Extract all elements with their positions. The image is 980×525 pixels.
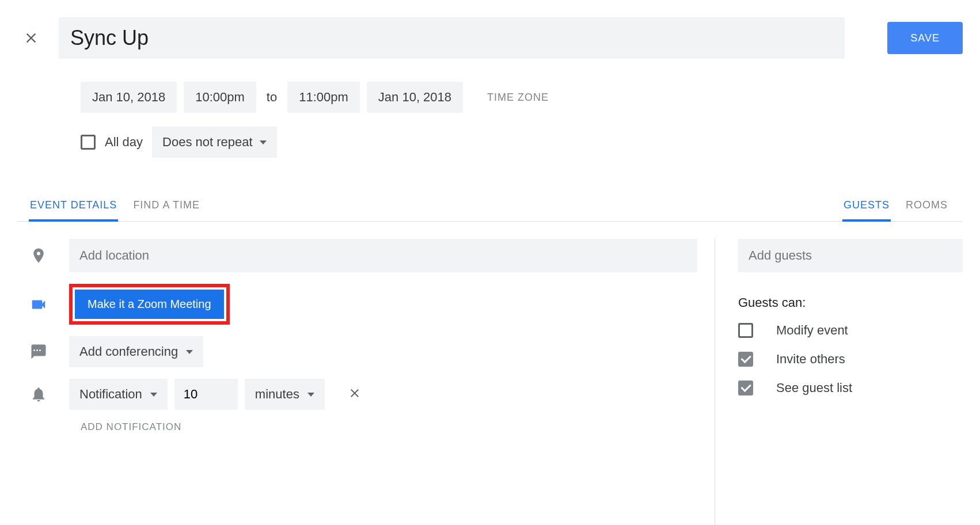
perm-modify-checkbox[interactable] (738, 323, 753, 338)
tab-rooms[interactable]: ROOMS (905, 192, 949, 222)
location-input[interactable] (69, 239, 697, 272)
tabs-bar: EVENT DETAILS FIND A TIME GUESTS ROOMS (17, 192, 963, 222)
location-icon (17, 247, 69, 264)
chevron-down-icon (186, 350, 193, 354)
add-conferencing-dropdown[interactable]: Add conferencing (69, 336, 203, 367)
perm-invite-checkbox[interactable] (738, 352, 753, 367)
chevron-down-icon (260, 140, 267, 144)
notification-value-input[interactable] (174, 379, 238, 410)
tab-guests[interactable]: GUESTS (842, 192, 891, 222)
chevron-down-icon (150, 393, 157, 397)
add-notification-button[interactable]: ADD NOTIFICATION (81, 421, 181, 433)
allday-label: All day (105, 135, 143, 150)
notification-unit-dropdown[interactable]: minutes (245, 379, 325, 410)
remove-notification-button[interactable] (343, 382, 366, 407)
tab-event-details[interactable]: EVENT DETAILS (29, 192, 118, 222)
guests-can-title: Guests can: (738, 295, 963, 310)
add-guests-input[interactable] (738, 239, 963, 272)
end-time-chip[interactable]: 11:00pm (287, 82, 360, 113)
chevron-down-icon (307, 393, 314, 397)
conferencing-icon (17, 343, 69, 360)
conferencing-label: Add conferencing (79, 344, 178, 359)
zoom-highlight: Make it a Zoom Meeting (69, 284, 230, 325)
repeat-label: Does not repeat (162, 135, 253, 150)
bell-icon (17, 386, 69, 403)
to-label: to (263, 90, 280, 105)
make-zoom-meeting-button[interactable]: Make it a Zoom Meeting (75, 290, 224, 319)
repeat-dropdown[interactable]: Does not repeat (152, 127, 277, 158)
end-date-chip[interactable]: Jan 10, 2018 (367, 82, 463, 113)
perm-modify-label: Modify event (776, 323, 848, 338)
tab-find-a-time[interactable]: FIND A TIME (132, 192, 201, 222)
perm-guestlist-label: See guest list (776, 381, 852, 395)
save-button[interactable]: SAVE (887, 22, 963, 54)
start-date-chip[interactable]: Jan 10, 2018 (81, 82, 177, 113)
perm-invite-label: Invite others (776, 352, 845, 367)
event-title-input[interactable] (59, 17, 845, 59)
notification-unit-label: minutes (255, 387, 299, 402)
close-icon[interactable] (17, 24, 45, 52)
timezone-button[interactable]: TIME ZONE (487, 92, 549, 104)
notification-type-dropdown[interactable]: Notification (69, 379, 168, 410)
notification-type-label: Notification (79, 387, 142, 402)
perm-guestlist-checkbox[interactable] (738, 381, 753, 395)
start-time-chip[interactable]: 10:00pm (184, 82, 256, 113)
video-icon (17, 296, 69, 313)
allday-checkbox[interactable] (81, 135, 96, 150)
